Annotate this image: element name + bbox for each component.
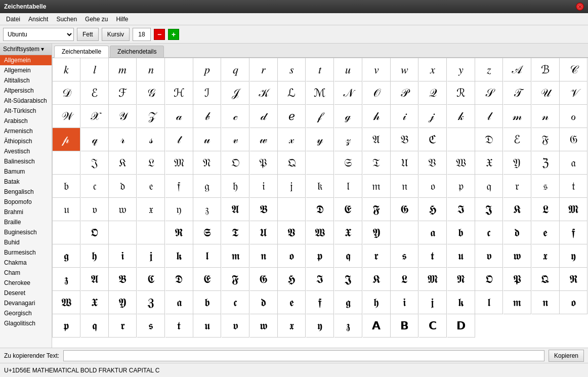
char-cell-181[interactable]: 𝕵 [334,268,362,291]
char-cell-146[interactable]: 𝖆 [419,221,447,244]
char-cell-92[interactable]: 𝔜 [503,151,531,175]
char-cell-37[interactable]: 𝒱 [560,81,587,105]
char-cell-12[interactable]: 𝑤 [391,58,418,81]
char-cell-86[interactable]: 𝔖 [334,151,362,175]
char-cell-198[interactable]: 𝖊 [278,291,306,314]
sidebar-item-13[interactable]: Bengalisch [0,187,52,197]
char-cell-144[interactable]: 𝖄 [363,221,391,244]
char-cell-118[interactable]: 𝔶 [165,198,193,221]
char-cell-141[interactable]: 𝖁 [278,221,306,244]
char-cell-88[interactable]: 𝔘 [391,151,418,175]
char-cell-5[interactable]: 𝑝 [193,58,221,81]
sidebar-item-25[interactable]: Georgisch [0,308,52,318]
char-cell-169[interactable]: 𝖝 [532,244,560,268]
char-cell-109[interactable]: 𝔭 [447,175,475,198]
char-cell-222[interactable]: 𝗖 [419,314,447,338]
char-cell-65[interactable]: 𝓍 [278,128,306,151]
char-cell-173[interactable]: 𝕭 [109,268,137,291]
char-cell-56[interactable]: ℴ [560,105,587,128]
char-cell-70[interactable]: ℭ [419,128,447,151]
char-cell-44[interactable]: 𝒸 [222,105,249,128]
char-cell-94[interactable]: 𝔞 [560,151,587,175]
char-cell-75[interactable]: 𝔊 [560,128,587,151]
sidebar-item-8[interactable]: Äthiopisch [0,136,52,146]
char-cell-150[interactable]: 𝖊 [532,221,560,244]
char-cell-200[interactable]: 𝖌 [334,291,362,314]
char-cell-192[interactable]: 𝖄 [109,291,137,314]
char-cell-127[interactable]: 𝕳 [419,198,447,221]
char-cell-159[interactable]: 𝖓 [250,244,278,268]
char-cell-201[interactable]: 𝖍 [363,291,391,314]
char-cell-104[interactable]: 𝔨 [306,175,334,198]
sidebar-item-5[interactable]: Alt-Türkisch [0,106,52,116]
char-cell-46[interactable]: ℯ [278,105,306,128]
sidebar-item-6[interactable]: Arabisch [0,116,52,126]
menu-hilfe[interactable]: Hilfe [112,15,132,24]
sidebar-item-12[interactable]: Batak [0,177,52,187]
char-cell-157[interactable]: 𝖑 [193,244,221,268]
sidebar-item-10[interactable]: Balinesisch [0,156,52,166]
char-cell-179[interactable]: 𝕳 [278,268,306,291]
char-cell-0[interactable]: 𝑘 [53,58,80,81]
char-cell-8[interactable]: 𝑠 [278,58,306,81]
char-cell-130[interactable]: 𝕶 [503,198,531,221]
sidebar-item-22[interactable]: Cherokee [0,278,52,288]
char-cell-48[interactable]: ℊ [334,105,362,128]
char-cell-194[interactable]: 𝖆 [165,291,193,314]
char-cell-111[interactable]: 𝔯 [503,175,531,198]
sidebar-item-14[interactable]: Bopomofo [0,197,52,207]
char-cell-134[interactable]: 𝕺 [81,221,109,244]
char-cell-152[interactable]: 𝖌 [53,244,80,268]
char-cell-208[interactable]: 𝖔 [560,291,587,314]
char-cell-107[interactable]: 𝔫 [391,175,418,198]
char-cell-202[interactable]: 𝖎 [391,291,418,314]
char-cell-184[interactable]: 𝕸 [419,268,447,291]
char-cell-55[interactable]: 𝓃 [532,105,560,128]
menu-gehe-zu[interactable]: Gehe zu [81,15,112,24]
sidebar-item-3[interactable]: Altpersisch [0,86,52,96]
sidebar-item-23[interactable]: Deseret [0,288,52,298]
char-cell-142[interactable]: 𝖂 [306,221,334,244]
char-cell-10[interactable]: 𝑢 [334,58,362,81]
char-cell-219[interactable]: 𝖟 [334,314,362,338]
char-cell-2[interactable]: 𝑚 [109,58,137,81]
char-cell-170[interactable]: 𝖞 [560,244,587,268]
char-cell-13[interactable]: 𝑥 [419,58,447,81]
char-cell-101[interactable]: 𝔥 [222,175,249,198]
char-cell-78[interactable]: 𝔎 [109,151,137,175]
char-cell-196[interactable]: 𝖈 [222,291,249,314]
sidebar-item-9[interactable]: Avestisch [0,146,52,156]
char-cell-165[interactable]: 𝖙 [419,244,447,268]
char-cell-155[interactable]: 𝖏 [137,244,165,268]
char-cell-26[interactable]: 𝒦 [250,81,278,105]
char-cell-6[interactable]: 𝑞 [222,58,249,81]
char-cell-35[interactable]: 𝒯 [503,81,531,105]
char-cell-207[interactable]: 𝖓 [532,291,560,314]
menu-ansicht[interactable]: Ansicht [24,15,52,24]
tab-zeichentabelle[interactable]: Zeichentabelle [54,46,109,58]
char-cell-209[interactable]: 𝖕 [53,314,80,338]
char-cell-59[interactable]: 𝓇 [109,128,137,151]
sidebar-item-1[interactable]: Allgemein [0,65,52,75]
char-cell-221[interactable]: 𝗕 [391,314,418,338]
char-cell-175[interactable]: 𝕯 [165,268,193,291]
char-cell-205[interactable]: 𝖑 [475,291,503,314]
char-cell-63[interactable]: 𝓋 [222,128,249,151]
char-cell-121[interactable]: 𝕭 [250,198,278,221]
char-cell-160[interactable]: 𝖔 [278,244,306,268]
char-cell-66[interactable]: 𝓎 [306,128,334,151]
char-cell-182[interactable]: 𝕶 [363,268,391,291]
font-size-input[interactable] [133,28,151,41]
char-cell-156[interactable]: 𝖐 [165,244,193,268]
char-cell-199[interactable]: 𝖋 [306,291,334,314]
char-cell-213[interactable]: 𝖙 [165,314,193,338]
char-cell-131[interactable]: 𝕷 [532,198,560,221]
char-cell-84[interactable]: 𝔔 [278,151,306,175]
char-cell-180[interactable]: 𝕴 [306,268,334,291]
sidebar-item-16[interactable]: Braille [0,217,52,227]
char-cell-187[interactable]: 𝕻 [503,268,531,291]
menu-suchen[interactable]: Suchen [52,15,81,24]
char-cell-62[interactable]: 𝓊 [193,128,221,151]
char-cell-16[interactable]: 𝒜 [503,58,531,81]
char-cell-9[interactable]: 𝑡 [306,58,334,81]
